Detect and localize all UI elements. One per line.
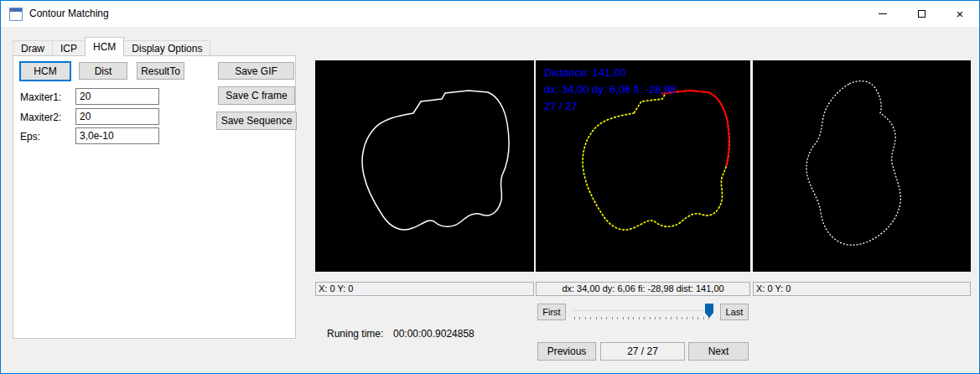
dist-button[interactable]: Dist <box>79 62 127 80</box>
running-time-value: 00:00:00.9024858 <box>393 328 474 340</box>
previous-button[interactable]: Previous <box>537 342 596 361</box>
maximize-icon <box>918 10 926 18</box>
minimize-icon <box>879 13 887 14</box>
app-icon <box>9 8 23 21</box>
last-button[interactable]: Last <box>720 304 749 320</box>
maxiter2-field[interactable] <box>75 108 159 125</box>
slider-track <box>573 310 715 311</box>
maxiter1-label: Maxiter1: <box>20 91 61 103</box>
overlay-transform: dx: 34,00 dy: 6,06 fi: -28,98 <box>544 83 677 96</box>
titlebar: Contour Matching × <box>1 1 979 27</box>
minimize-button[interactable] <box>863 1 902 27</box>
slider-thumb[interactable] <box>705 304 713 318</box>
frame-counter: 27 / 27 <box>600 342 685 361</box>
overlay-frame: 27 / 27 <box>544 100 578 112</box>
frame-slider[interactable] <box>570 304 718 320</box>
first-button[interactable]: First <box>537 304 566 320</box>
maxiter1-field[interactable] <box>75 88 159 105</box>
save-gif-button[interactable]: Save GIF <box>218 62 294 80</box>
result-canvas[interactable]: Distance: 141,00 dx: 34,00 dy: 6,06 fi: … <box>536 60 750 272</box>
close-icon: × <box>957 8 964 20</box>
target-status: X: 0 Y: 0 <box>753 282 971 296</box>
tab-draw[interactable]: Draw <box>13 40 53 56</box>
target-canvas[interactable] <box>753 60 971 272</box>
close-button[interactable]: × <box>941 1 979 27</box>
overlay-distance: Distance: 141,00 <box>544 66 626 79</box>
next-button[interactable]: Next <box>688 342 749 361</box>
source-contour-graphic <box>315 60 534 272</box>
source-status: X: 0 Y: 0 <box>315 282 534 296</box>
maximize-button[interactable] <box>902 1 941 27</box>
save-c-frame-button[interactable]: Save C frame <box>218 86 295 105</box>
source-canvas[interactable] <box>315 60 534 272</box>
result-status: dx: 34,00 dy: 6,06 fi: -28,98 dist: 141,… <box>536 282 750 296</box>
save-sequence-button[interactable]: Save Sequence <box>216 112 297 130</box>
tab-display-options[interactable]: Display Options <box>123 40 210 56</box>
maxiter2-label: Maxiter2: <box>20 112 61 123</box>
result-to-button[interactable]: ResultTo <box>137 62 184 80</box>
app-window: Contour Matching × Draw ICP HCM Display … <box>0 0 980 374</box>
window-title: Contour Matching <box>29 8 109 19</box>
tab-strip: Draw ICP HCM Display Options <box>13 39 210 56</box>
tab-icp[interactable]: ICP <box>52 40 86 56</box>
hcm-tab-page: HCM Dist ResultTo Save GIF Save C frame … <box>13 55 296 339</box>
eps-field[interactable] <box>75 127 159 144</box>
target-contour-graphic <box>753 60 971 272</box>
hcm-button[interactable]: HCM <box>19 61 71 81</box>
running-time-label: Runing time: <box>327 328 383 340</box>
eps-label: Eps: <box>20 131 40 143</box>
slider-ticks <box>574 317 713 319</box>
tab-hcm[interactable]: HCM <box>85 37 124 56</box>
